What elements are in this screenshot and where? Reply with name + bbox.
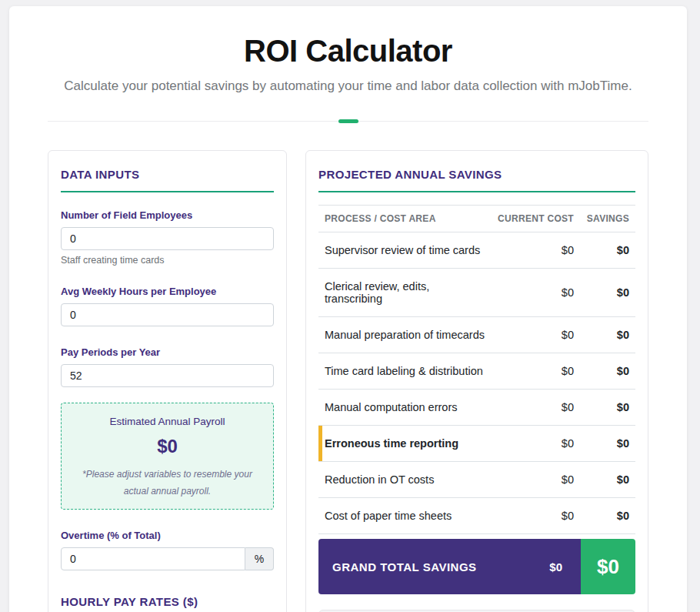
current-cost-cell: $0 (489, 365, 574, 377)
page-subtitle: Calculate your potential savings by auto… (48, 79, 648, 94)
overtime-input[interactable] (61, 547, 245, 570)
payroll-note: *Please adjust variables to resemble you… (77, 466, 258, 500)
current-cost-cell: $0 (489, 329, 574, 341)
header-divider (48, 121, 648, 122)
process-cell: Erroneous time reporting (325, 437, 489, 450)
col-header-savings: SAVINGS (574, 213, 629, 224)
current-cost-cell: $0 (489, 437, 574, 450)
weekly-hours-label: Avg Weekly Hours per Employee (61, 286, 274, 297)
process-cell: Manual computation errors (325, 401, 489, 413)
pay-periods-label: Pay Periods per Year (61, 346, 274, 358)
savings-cell: $0 (574, 329, 629, 341)
savings-cell: $0 (574, 365, 629, 377)
savings-cell: $0 (574, 473, 629, 486)
col-header-process: PROCESS / COST AREA (325, 213, 489, 224)
current-cost-cell: $0 (489, 401, 574, 413)
savings-cell: $0 (574, 244, 629, 256)
roi-calculator-card: ROI Calculator Calculate your potential … (9, 6, 687, 612)
field-employees-input[interactable] (61, 227, 274, 250)
table-row: Time card labeling & distribution $0 $0 (318, 353, 635, 390)
field-employees-helper: Staff creating time cards (61, 255, 274, 266)
table-row: Manual preparation of timecards $0 $0 (318, 317, 635, 353)
table-row-highlighted: Erroneous time reporting $0 $0 (318, 426, 635, 462)
process-cell: Clerical review, edits, transcribing (325, 280, 489, 305)
projected-savings-heading: PROJECTED ANNUAL SAVINGS (318, 168, 635, 181)
table-row: Supervisor review of time cards $0 $0 (318, 232, 635, 269)
weekly-hours-input[interactable] (61, 303, 274, 326)
grand-total-savings-badge: $0 (581, 539, 635, 594)
current-cost-cell: $0 (489, 473, 574, 486)
savings-cell: $0 (574, 286, 629, 299)
overtime-label: Overtime (% of Total) (61, 530, 274, 541)
grand-total-label: GRAND TOTAL SAVINGS (332, 560, 549, 574)
savings-cell: $0 (574, 437, 629, 450)
hourly-pay-rates-heading: HOURLY PAY RATES ($) (61, 595, 274, 608)
data-inputs-heading: DATA INPUTS (61, 168, 274, 181)
percent-addon: % (245, 547, 274, 570)
process-cell: Manual preparation of timecards (325, 329, 489, 341)
table-row: Manual computation errors $0 $0 (318, 390, 635, 426)
payroll-title: Estimated Annual Payroll (77, 416, 258, 427)
estimated-payroll-box: Estimated Annual Payroll $0 *Please adju… (61, 403, 274, 510)
current-cost-cell: $0 (489, 244, 574, 256)
table-row: Clerical review, edits, transcribing $0 … (318, 269, 635, 317)
process-cell: Cost of paper time sheets (325, 510, 489, 522)
payroll-amount: $0 (77, 436, 258, 457)
field-employees-label: Number of Field Employees (61, 209, 274, 221)
savings-table: PROCESS / COST AREA CURRENT COST SAVINGS… (318, 205, 635, 534)
pay-periods-input[interactable] (61, 364, 274, 387)
heading-underline (318, 191, 635, 192)
savings-cell: $0 (574, 510, 629, 522)
page-title: ROI Calculator (48, 34, 648, 69)
table-header-row: PROCESS / COST AREA CURRENT COST SAVINGS (318, 205, 635, 232)
process-cell: Time card labeling & distribution (325, 365, 489, 377)
current-cost-cell: $0 (489, 510, 574, 522)
heading-underline (61, 191, 274, 192)
process-cell: Supervisor review of time cards (325, 244, 489, 256)
table-row: Cost of paper time sheets $0 $0 (318, 498, 635, 534)
content-columns: DATA INPUTS Number of Field Employees St… (48, 150, 648, 612)
divider-accent-chip (338, 119, 358, 123)
grand-total-main: GRAND TOTAL SAVINGS $0 (318, 539, 581, 594)
overtime-input-group: % (61, 547, 274, 570)
col-header-current-cost: CURRENT COST (489, 213, 574, 224)
grand-total-bar: GRAND TOTAL SAVINGS $0 $0 (318, 539, 635, 594)
grand-total-current-cost: $0 (549, 560, 562, 574)
projected-savings-panel: PROJECTED ANNUAL SAVINGS PROCESS / COST … (305, 150, 648, 612)
data-inputs-panel: DATA INPUTS Number of Field Employees St… (48, 150, 287, 612)
current-cost-cell: $0 (489, 286, 574, 299)
savings-cell: $0 (574, 401, 629, 413)
process-cell: Reduction in OT costs (325, 473, 489, 486)
table-row: Reduction in OT costs $0 $0 (318, 462, 635, 498)
